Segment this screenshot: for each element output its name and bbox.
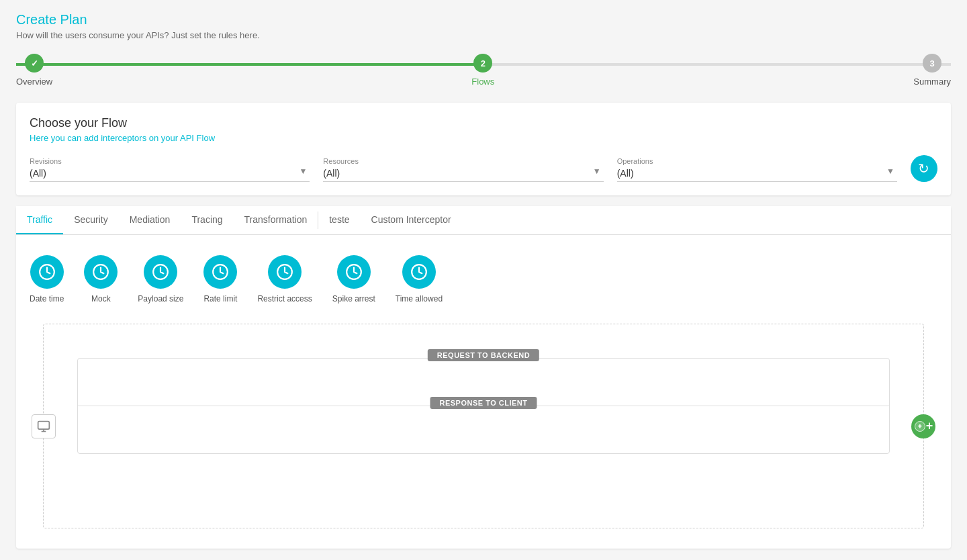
stepper: ✓ Overview 2 Flows 3 Summary [16,54,951,87]
interceptor-rate-limit[interactable]: Rate limit [203,255,237,304]
tab-transformation[interactable]: Transformation [234,206,318,234]
resources-select[interactable]: (All) [323,168,603,179]
flow-card-subtitle: Here you can add interceptors on your AP… [30,133,937,143]
tab-custom-interceptor[interactable]: Custom Interceptor [361,206,462,234]
date-time-icon [30,255,64,289]
interceptors-row: Date time Mock [16,248,951,317]
payload-size-label: Payload size [138,294,183,304]
stepper-step-summary[interactable]: 3 Summary [913,54,951,87]
flow-form-row: Revisions (All) ▼ Resources (All) ▼ [30,155,937,182]
revisions-select-wrapper: (All) ▼ [30,168,310,182]
resources-select-wrapper: (All) ▼ [323,168,603,182]
stepper-circle-flows: 2 [473,54,492,73]
payload-size-icon [144,255,177,289]
stepper-step-flows[interactable]: 2 Flows [471,54,494,87]
server-node[interactable]: + + [911,414,935,438]
operations-label: Operations [617,157,897,165]
revisions-group: Revisions (All) ▼ [30,157,310,182]
interceptor-mock[interactable]: Mock [84,255,118,304]
response-to-client-label: RESPONSE TO CLIENT [430,397,537,409]
flow-inner-box: REQUEST TO BACKEND RESPONSE TO CLIENT [77,358,890,454]
page-title: Create Plan [16,12,951,28]
tab-security[interactable]: Security [63,206,119,234]
tab-traffic[interactable]: Traffic [16,206,63,234]
flow-card: Choose your Flow Here you can add interc… [16,103,951,195]
interceptor-spike-arrest[interactable]: Spike arrest [332,255,375,304]
client-node [32,414,56,438]
operations-group: Operations (All) ▼ [617,157,897,182]
operations-select-wrapper: (All) ▼ [617,168,897,182]
response-to-client-section: RESPONSE TO CLIENT [78,406,889,453]
tabs-card: Traffic Security Mediation Tracing Trans… [16,206,951,549]
tab-tracing[interactable]: Tracing [181,206,233,234]
interceptor-payload-size[interactable]: Payload size [138,255,183,304]
interceptor-restrict-access[interactable]: Restrict access [257,255,312,304]
refresh-button[interactable]: ↻ [911,155,937,182]
stepper-circle-overview: ✓ [25,54,44,73]
page-subtitle: How will the users consume your APIs? Ju… [16,30,951,40]
tab-mediation[interactable]: Mediation [119,206,181,234]
flow-outer-wrapper: + + REQUEST TO BACKEND [44,324,923,528]
stepper-label-summary: Summary [913,77,951,87]
resources-label: Resources [323,157,603,165]
svg-rect-7 [38,421,50,429]
request-to-backend-label: REQUEST TO BACKEND [428,349,539,361]
tab-teste[interactable]: teste [318,206,360,234]
revisions-label: Revisions [30,157,310,165]
flow-bottom-area [77,461,890,514]
mock-icon [84,255,118,289]
stepper-label-flows: Flows [471,77,494,87]
time-allowed-label: Time allowed [396,294,443,304]
stepper-items: ✓ Overview 2 Flows 3 Summary [16,54,951,87]
date-time-label: Date time [30,294,64,304]
mock-label: Mock [91,294,111,304]
flow-canvas: + + REQUEST TO BACKEND [43,324,924,528]
rate-limit-label: Rate limit [203,294,237,304]
rate-limit-icon [203,255,237,289]
stepper-step-overview[interactable]: ✓ Overview [16,54,52,87]
stepper-circle-summary: 3 [923,54,941,73]
svg-text:+: + [918,423,921,430]
flow-card-title: Choose your Flow [30,116,937,130]
resources-group: Resources (All) ▼ [323,157,603,182]
revisions-select[interactable]: (All) [30,168,310,179]
interceptor-time-allowed[interactable]: Time allowed [396,255,443,304]
restrict-access-label: Restrict access [257,294,312,304]
interceptor-date-time[interactable]: Date time [30,255,64,304]
flow-canvas-wrapper: + + REQUEST TO BACKEND [16,317,951,549]
stepper-label-overview: Overview [16,77,52,87]
tabs-bar: Traffic Security Mediation Tracing Trans… [16,206,951,235]
refresh-icon: ↻ [918,160,929,177]
operations-select[interactable]: (All) [617,168,897,179]
restrict-access-icon [268,255,302,289]
spike-arrest-icon [337,255,371,289]
time-allowed-icon [402,255,436,289]
spike-arrest-label: Spike arrest [332,294,375,304]
